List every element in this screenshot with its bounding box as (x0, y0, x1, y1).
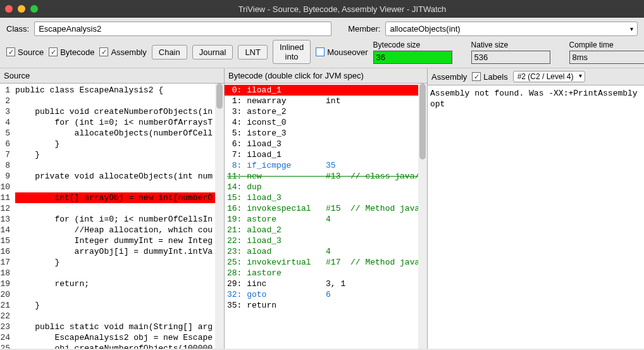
bytecode-line[interactable]: 15: iload_3 (225, 192, 418, 203)
bytecode-line[interactable]: 4: iconst_0 (225, 117, 418, 128)
bytecode-line[interactable]: 16: invokespecial #15 // Method java/lan… (225, 203, 418, 214)
source-line[interactable]: 15 Integer dummyInt = new Integ (0, 235, 215, 246)
assembly-pane: Assembly ✓Labels #2 (C2 / Level 4) Assem… (428, 68, 644, 349)
mouseover-checkbox[interactable]: Mouseover (316, 47, 368, 57)
bytecode-line[interactable]: 14: dup (225, 182, 418, 192)
source-line[interactable]: 19 return; (0, 278, 215, 289)
minimize-icon[interactable] (18, 5, 25, 13)
close-icon[interactable] (5, 5, 13, 13)
bytecode-line[interactable]: 7: iload_1 (225, 149, 418, 160)
titlebar: TriView - Source, Bytecode, Assembly Vie… (0, 0, 644, 18)
source-lines[interactable]: 1public class EscapeAnalysis2 {23 public… (0, 84, 215, 349)
stat-bytecode-size: Bytecode size 36 (373, 41, 452, 64)
source-line[interactable]: 3 public void createNumberofObjects(in (0, 106, 215, 117)
class-label: Class: (6, 24, 29, 34)
assembly-pane-header: Assembly ✓Labels #2 (C2 / Level 4) (428, 68, 644, 85)
stat-compile-time: Compile time 8ms (569, 41, 644, 64)
bytecode-line[interactable]: 35: return (225, 300, 418, 311)
assembly-body: Assembly not found. Was -XX:+PrintAssemb… (428, 85, 644, 349)
bytecode-line[interactable]: 3: astore_2 (225, 106, 418, 117)
panes: Source 1public class EscapeAnalysis2 {23… (0, 68, 644, 349)
source-line[interactable]: 22 (0, 311, 215, 322)
member-combo-value: allocateObjects(int) (390, 24, 460, 34)
bytecode-line[interactable]: 22: iload_3 (225, 235, 418, 246)
source-line[interactable]: 5 allocateObjects(numberOfCell (0, 128, 215, 139)
source-line[interactable]: 2 (0, 96, 215, 106)
traffic-lights (5, 5, 38, 13)
bytecode-scrollbar[interactable] (418, 84, 427, 349)
bytecode-line[interactable]: 28: iastore (225, 268, 418, 278)
source-line[interactable]: 23 public static void main(String[] arg (0, 322, 215, 332)
bytecode-line[interactable]: 11: new #13 // class java/lang/In (225, 171, 418, 182)
source-line[interactable]: 21 } (0, 300, 215, 311)
source-line[interactable]: 18 (0, 268, 215, 278)
bytecode-line[interactable]: 6: iload_3 (225, 139, 418, 149)
source-line[interactable]: 8 (0, 160, 215, 171)
source-scrollbar[interactable] (215, 84, 224, 349)
bytecode-line[interactable]: 1: newarray int (225, 96, 418, 106)
bytecode-checkbox[interactable]: ✓Bytecode (49, 47, 94, 57)
toolbar: Class: Member: allocateObjects(int) ▾ ✓S… (0, 18, 644, 68)
labels-checkbox[interactable]: ✓Labels (472, 72, 507, 82)
chevron-down-icon: ▾ (630, 25, 633, 32)
source-line[interactable]: 11 int[] arrayObj = new int[numberO (0, 192, 215, 203)
source-line[interactable]: 14 //Heap allocation, which cou (0, 225, 215, 235)
bytecode-line[interactable]: 23: aload 4 (225, 246, 418, 257)
source-pane: Source 1public class EscapeAnalysis2 {23… (0, 68, 225, 349)
inlined-button[interactable]: Inlined into (273, 40, 311, 64)
source-checkbox[interactable]: ✓Source (6, 47, 44, 57)
bytecode-line[interactable]: 29: iinc 3, 1 (225, 278, 418, 289)
window-title: TriView - Source, Bytecode, Assembly Vie… (46, 4, 639, 14)
member-combo[interactable]: allocateObjects(int) ▾ (385, 22, 638, 36)
compiler-combo[interactable]: #2 (C2 / Level 4) (513, 71, 586, 82)
source-line[interactable]: 13 for (int i=0; i< numberOfCellsIn (0, 214, 215, 225)
bytecode-line[interactable]: 8: if_icmpge 35 (225, 160, 418, 171)
bytecode-line[interactable]: 19: astore 4 (225, 214, 418, 225)
chain-button[interactable]: Chain (152, 45, 187, 59)
bytecode-line[interactable]: 32: goto 6 (225, 289, 418, 300)
bytecode-pane-header: Bytecode (double click for JVM spec) (225, 68, 427, 84)
member-label: Member: (348, 24, 380, 34)
assembly-checkbox[interactable]: ✓Assembly (99, 47, 146, 57)
journal-button[interactable]: Journal (192, 45, 233, 59)
class-input[interactable] (34, 22, 331, 36)
source-line[interactable]: 4 for (int i=0; i< numberOfArraysT (0, 117, 215, 128)
source-line[interactable]: 20 (0, 289, 215, 300)
bytecode-line[interactable]: 25: invokevirtual #17 // Method java/lan… (225, 257, 418, 268)
bytecode-pane: Bytecode (double click for JVM spec) 0: … (225, 68, 428, 349)
bytecode-line[interactable]: 21: aload_2 (225, 225, 418, 235)
bytecode-lines[interactable]: 0: iload_1 1: newarray int 3: astore_2 4… (225, 84, 418, 349)
source-line[interactable]: 7 } (0, 149, 215, 160)
source-line[interactable]: 10 (0, 182, 215, 192)
source-line[interactable]: 12 (0, 203, 215, 214)
source-line[interactable]: 17 } (0, 257, 215, 268)
stat-native-size: Native size 536 (471, 41, 550, 64)
source-line[interactable]: 6 } (0, 139, 215, 149)
source-line[interactable]: 25 obj.createNumberofObjects(100000 (0, 343, 215, 349)
source-pane-header: Source (0, 68, 224, 84)
maximize-icon[interactable] (30, 5, 38, 13)
lnt-button[interactable]: LNT (238, 45, 268, 59)
bytecode-line[interactable]: 5: istore_3 (225, 128, 418, 139)
source-line[interactable]: 24 EscapeAnalysis2 obj = new Escape (0, 332, 215, 343)
source-line[interactable]: 9 private void allocateObjects(int num (0, 171, 215, 182)
source-line[interactable]: 16 arrayObj[i] = dummyInt.intVa (0, 246, 215, 257)
bytecode-line[interactable]: 0: iload_1 (225, 85, 418, 96)
source-line[interactable]: 1public class EscapeAnalysis2 { (0, 85, 215, 96)
